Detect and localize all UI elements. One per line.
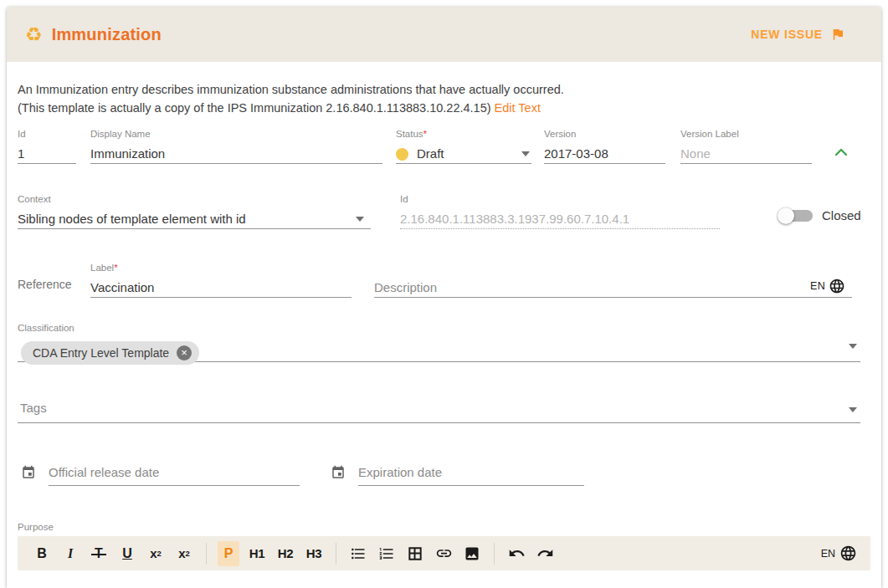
new-issue-label: NEW ISSUE	[751, 28, 823, 41]
italic-button[interactable]: I	[59, 541, 81, 566]
description-line2: (This template is actually a copy of the…	[18, 99, 838, 117]
heading2-button[interactable]: H2	[275, 541, 296, 566]
edit-text-link[interactable]: Edit Text	[495, 101, 541, 115]
chevron-down-icon	[356, 217, 364, 222]
toolbar-divider	[494, 543, 495, 565]
toolbar-divider	[206, 543, 207, 565]
superscript-button[interactable]: x2	[145, 541, 167, 566]
status-field: Status* Draft	[396, 128, 531, 164]
required-asterisk: *	[423, 129, 427, 139]
globe-icon	[829, 278, 845, 294]
version-label-field: Version Label None	[680, 128, 812, 164]
version-label: Version	[544, 128, 665, 141]
status-draft-icon	[396, 148, 408, 161]
insert-link-button[interactable]	[433, 541, 454, 566]
globe-icon	[839, 545, 857, 562]
link-icon	[435, 545, 453, 562]
reference-description-input[interactable]: Description	[374, 279, 852, 298]
context-label: Context	[18, 193, 371, 206]
closed-toggle[interactable]	[778, 207, 814, 224]
required-asterisk: *	[114, 263, 117, 273]
id-label: Id	[18, 128, 76, 141]
toolbar-divider	[336, 543, 336, 565]
context-select[interactable]: Sibling nodes of template element with i…	[18, 210, 371, 229]
purpose-label: Purpose	[18, 522, 54, 532]
flag-icon	[830, 27, 845, 42]
undo-icon	[508, 545, 526, 562]
undo-button[interactable]	[506, 541, 527, 566]
classification-chip: CDA Entry Level Template ×	[21, 341, 199, 365]
strikethrough-icon: T	[95, 546, 103, 561]
version-label-input[interactable]: None	[680, 145, 812, 164]
id-input[interactable]: 1	[18, 145, 76, 164]
label-label: Label*	[90, 262, 352, 274]
official-release-date-input[interactable]: Official release date	[49, 459, 300, 486]
reference-label: Reference	[18, 278, 72, 291]
display-name-input[interactable]: Immunization	[90, 145, 382, 164]
version-label-label: Version Label	[680, 128, 812, 141]
closed-toggle-label: Closed	[822, 207, 861, 224]
display-name-field: Display Name Immunization	[90, 128, 382, 164]
bold-button[interactable]: B	[31, 541, 53, 566]
chevron-down-icon	[521, 151, 530, 156]
collapse-section-button[interactable]	[834, 146, 848, 161]
recycle-icon: ♻	[25, 25, 43, 44]
tags-placeholder: Tags	[20, 401, 47, 415]
template-editor-card: ♻ Immunization NEW ISSUE An Immunization…	[7, 7, 881, 588]
numbered-list-button[interactable]	[376, 541, 398, 566]
version-input[interactable]: 2017-03-08	[544, 145, 665, 164]
paragraph-button[interactable]: P	[218, 541, 239, 566]
id-field: Id 1	[18, 128, 76, 164]
page-title: Immunization	[52, 25, 162, 44]
expiration-date-input[interactable]: Expiration date	[358, 459, 584, 486]
status-select[interactable]: Draft	[396, 145, 531, 164]
reference-label-input[interactable]: Vaccination	[90, 279, 352, 298]
numbered-list-icon	[378, 545, 395, 562]
context-field: Context Sibling nodes of template elemen…	[18, 193, 371, 229]
image-icon	[464, 545, 480, 562]
classification-field[interactable]: Classification CDA Entry Level Template …	[18, 322, 860, 362]
calendar-icon	[21, 465, 36, 480]
toggle-knob	[778, 207, 794, 224]
template-oid-field: Id 2.16.840.1.113883.3.1937.99.60.7.10.4…	[400, 193, 720, 229]
chevron-down-icon	[849, 344, 857, 349]
heading3-button[interactable]: H3	[303, 541, 325, 566]
description-line1: An Immunization entry describes immuniza…	[18, 80, 838, 99]
chevron-up-icon	[834, 147, 848, 157]
insert-image-button[interactable]	[461, 541, 483, 566]
status-label: Status*	[396, 128, 531, 141]
version-field: Version 2017-03-08	[544, 128, 665, 164]
template-description: An Immunization entry describes immuniza…	[18, 80, 838, 117]
tags-field[interactable]: Tags	[18, 387, 860, 423]
strikethrough-button[interactable]: T	[88, 541, 110, 566]
redo-icon	[536, 545, 554, 562]
reference-label-field: Label* Vaccination	[90, 262, 352, 298]
subscript-button[interactable]: x2	[173, 541, 195, 566]
redo-button[interactable]	[534, 541, 556, 566]
description-language-button[interactable]: EN	[810, 278, 845, 294]
chevron-down-icon	[849, 407, 857, 412]
expiration-date-calendar-button[interactable]	[331, 465, 346, 483]
official-release-date-calendar-button[interactable]	[21, 465, 36, 483]
bullet-list-icon	[350, 545, 367, 562]
template-oid-label: Id	[400, 193, 720, 206]
chip-close-icon[interactable]: ×	[177, 345, 192, 360]
display-name-label: Display Name	[90, 128, 382, 141]
underline-button[interactable]: U	[116, 541, 138, 566]
classification-label: Classification	[18, 322, 860, 335]
template-oid-input-readonly: 2.16.840.1.113883.3.1937.99.60.7.10.4.1	[400, 210, 720, 229]
calendar-icon	[331, 465, 346, 480]
new-issue-button[interactable]: NEW ISSUE	[751, 27, 845, 42]
header: ♻ Immunization NEW ISSUE	[7, 7, 881, 62]
reference-description-field: Description EN	[374, 262, 852, 298]
bullet-list-button[interactable]	[347, 541, 369, 566]
purpose-richtext-toolbar: B I T U x2 x2 P H1 H2 H3	[18, 536, 870, 570]
purpose-language-button[interactable]: EN	[821, 545, 860, 562]
heading1-button[interactable]: H1	[246, 541, 268, 566]
insert-table-button[interactable]	[404, 541, 426, 566]
table-icon	[407, 545, 423, 562]
